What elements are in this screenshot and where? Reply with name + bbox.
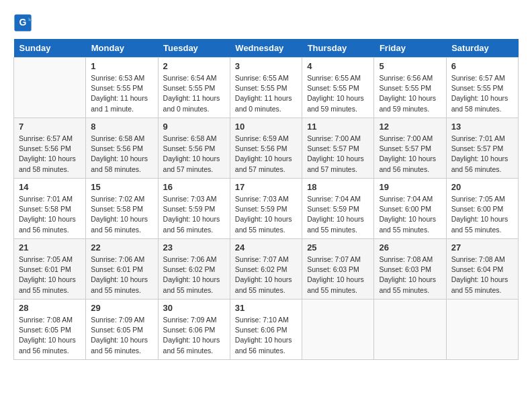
day-number: 17: [235, 182, 297, 192]
day-number: 11: [307, 122, 369, 132]
day-info: Sunrise: 7:09 AMSunset: 6:05 PMDaylight:…: [91, 315, 152, 356]
day-info: Sunrise: 6:53 AMSunset: 5:55 PMDaylight:…: [91, 73, 152, 114]
calendar-cell: 3Sunrise: 6:55 AMSunset: 5:55 PMDaylight…: [230, 58, 302, 118]
day-number: 23: [163, 242, 225, 253]
day-info: Sunrise: 7:01 AMSunset: 5:58 PMDaylight:…: [19, 194, 81, 235]
calendar-cell: 7Sunrise: 6:57 AMSunset: 5:56 PMDaylight…: [14, 118, 86, 179]
day-number: 15: [91, 182, 152, 192]
weekday-header-sunday: Sunday: [14, 39, 86, 58]
day-number: 26: [379, 242, 441, 253]
calendar-cell: [302, 300, 374, 360]
page-header: G: [13, 13, 519, 32]
day-number: 16: [163, 182, 225, 192]
day-info: Sunrise: 6:56 AMSunset: 5:55 PMDaylight:…: [379, 73, 441, 114]
day-info: Sunrise: 7:07 AMSunset: 6:02 PMDaylight:…: [235, 255, 297, 295]
day-info: Sunrise: 7:04 AMSunset: 6:00 PMDaylight:…: [379, 194, 441, 235]
day-info: Sunrise: 7:08 AMSunset: 6:04 PMDaylight:…: [451, 255, 513, 295]
calendar-cell: 21Sunrise: 7:05 AMSunset: 6:01 PMDayligh…: [14, 239, 86, 300]
day-info: Sunrise: 7:06 AMSunset: 6:02 PMDaylight:…: [163, 255, 225, 295]
day-number: 6: [451, 61, 513, 71]
day-info: Sunrise: 7:08 AMSunset: 6:03 PMDaylight:…: [379, 255, 441, 295]
week-row-4: 21Sunrise: 7:05 AMSunset: 6:01 PMDayligh…: [14, 239, 519, 300]
day-number: 25: [307, 242, 369, 253]
day-number: 8: [91, 122, 152, 132]
calendar-cell: 17Sunrise: 7:03 AMSunset: 5:59 PMDayligh…: [230, 179, 302, 239]
weekday-header-tuesday: Tuesday: [158, 39, 230, 58]
calendar-cell: 9Sunrise: 6:58 AMSunset: 5:56 PMDaylight…: [158, 118, 230, 179]
day-number: 5: [379, 61, 441, 71]
calendar-cell: 28Sunrise: 7:08 AMSunset: 6:05 PMDayligh…: [14, 300, 86, 360]
weekday-header-monday: Monday: [86, 39, 158, 58]
weekday-header-saturday: Saturday: [446, 39, 518, 58]
day-info: Sunrise: 7:06 AMSunset: 6:01 PMDaylight:…: [91, 255, 152, 295]
day-info: Sunrise: 6:59 AMSunset: 5:56 PMDaylight:…: [235, 134, 297, 175]
calendar-table: SundayMondayTuesdayWednesdayThursdayFrid…: [13, 39, 519, 360]
day-info: Sunrise: 7:00 AMSunset: 5:57 PMDaylight:…: [307, 134, 369, 175]
calendar-cell: 23Sunrise: 7:06 AMSunset: 6:02 PMDayligh…: [158, 239, 230, 300]
svg-text:G: G: [19, 17, 27, 28]
week-row-5: 28Sunrise: 7:08 AMSunset: 6:05 PMDayligh…: [14, 300, 519, 360]
calendar-cell: 10Sunrise: 6:59 AMSunset: 5:56 PMDayligh…: [230, 118, 302, 179]
calendar-cell: 11Sunrise: 7:00 AMSunset: 5:57 PMDayligh…: [302, 118, 374, 179]
calendar-cell: 1Sunrise: 6:53 AMSunset: 5:55 PMDaylight…: [86, 58, 158, 118]
day-info: Sunrise: 6:58 AMSunset: 5:56 PMDaylight:…: [91, 134, 152, 175]
calendar-cell: 31Sunrise: 7:10 AMSunset: 6:06 PMDayligh…: [230, 300, 302, 360]
calendar-cell: 4Sunrise: 6:55 AMSunset: 5:55 PMDaylight…: [302, 58, 374, 118]
calendar-cell: 20Sunrise: 7:05 AMSunset: 6:00 PMDayligh…: [446, 179, 518, 239]
day-info: Sunrise: 6:58 AMSunset: 5:56 PMDaylight:…: [163, 134, 225, 175]
day-number: 13: [451, 122, 513, 132]
calendar-cell: 27Sunrise: 7:08 AMSunset: 6:04 PMDayligh…: [446, 239, 518, 300]
calendar-cell: 8Sunrise: 6:58 AMSunset: 5:56 PMDaylight…: [86, 118, 158, 179]
day-info: Sunrise: 7:00 AMSunset: 5:57 PMDaylight:…: [379, 134, 441, 175]
day-number: 28: [19, 303, 81, 313]
day-info: Sunrise: 7:09 AMSunset: 6:06 PMDaylight:…: [163, 315, 225, 356]
logo-icon: G: [13, 13, 32, 32]
day-info: Sunrise: 7:05 AMSunset: 6:01 PMDaylight:…: [19, 255, 81, 295]
calendar-cell: 25Sunrise: 7:07 AMSunset: 6:03 PMDayligh…: [302, 239, 374, 300]
day-number: 1: [91, 61, 152, 71]
day-info: Sunrise: 7:03 AMSunset: 5:59 PMDaylight:…: [163, 194, 225, 235]
calendar-cell: 26Sunrise: 7:08 AMSunset: 6:03 PMDayligh…: [374, 239, 446, 300]
week-row-2: 7Sunrise: 6:57 AMSunset: 5:56 PMDaylight…: [14, 118, 519, 179]
day-number: 21: [19, 242, 81, 253]
calendar-cell: 12Sunrise: 7:00 AMSunset: 5:57 PMDayligh…: [374, 118, 446, 179]
day-number: 7: [19, 122, 81, 132]
calendar-cell: [446, 300, 518, 360]
day-number: 4: [307, 61, 369, 71]
day-number: 24: [235, 242, 297, 253]
day-number: 27: [451, 242, 513, 253]
day-info: Sunrise: 7:03 AMSunset: 5:59 PMDaylight:…: [235, 194, 297, 235]
calendar-cell: 2Sunrise: 6:54 AMSunset: 5:55 PMDaylight…: [158, 58, 230, 118]
day-info: Sunrise: 7:07 AMSunset: 6:03 PMDaylight:…: [307, 255, 369, 295]
day-info: Sunrise: 7:05 AMSunset: 6:00 PMDaylight:…: [451, 194, 513, 235]
day-number: 30: [163, 303, 225, 313]
day-number: 19: [379, 182, 441, 192]
day-number: 31: [235, 303, 297, 313]
day-info: Sunrise: 6:55 AMSunset: 5:55 PMDaylight:…: [235, 73, 297, 114]
day-info: Sunrise: 7:01 AMSunset: 5:57 PMDaylight:…: [451, 134, 513, 175]
day-info: Sunrise: 7:10 AMSunset: 6:06 PMDaylight:…: [235, 315, 297, 356]
weekday-header-wednesday: Wednesday: [230, 39, 302, 58]
calendar-cell: [374, 300, 446, 360]
calendar-cell: 18Sunrise: 7:04 AMSunset: 5:59 PMDayligh…: [302, 179, 374, 239]
calendar-cell: 13Sunrise: 7:01 AMSunset: 5:57 PMDayligh…: [446, 118, 518, 179]
calendar-cell: 16Sunrise: 7:03 AMSunset: 5:59 PMDayligh…: [158, 179, 230, 239]
day-number: 10: [235, 122, 297, 132]
weekday-header-friday: Friday: [374, 39, 446, 58]
day-info: Sunrise: 6:54 AMSunset: 5:55 PMDaylight:…: [163, 73, 225, 114]
day-info: Sunrise: 6:57 AMSunset: 5:55 PMDaylight:…: [451, 73, 513, 114]
calendar-cell: 6Sunrise: 6:57 AMSunset: 5:55 PMDaylight…: [446, 58, 518, 118]
day-number: 20: [451, 182, 513, 192]
calendar-cell: 24Sunrise: 7:07 AMSunset: 6:02 PMDayligh…: [230, 239, 302, 300]
day-info: Sunrise: 7:02 AMSunset: 5:58 PMDaylight:…: [91, 194, 152, 235]
day-info: Sunrise: 6:55 AMSunset: 5:55 PMDaylight:…: [307, 73, 369, 114]
day-info: Sunrise: 7:04 AMSunset: 5:59 PMDaylight:…: [307, 194, 369, 235]
calendar-cell: 15Sunrise: 7:02 AMSunset: 5:58 PMDayligh…: [86, 179, 158, 239]
logo: G: [13, 13, 35, 32]
day-number: 18: [307, 182, 369, 192]
calendar-cell: 19Sunrise: 7:04 AMSunset: 6:00 PMDayligh…: [374, 179, 446, 239]
calendar-cell: 14Sunrise: 7:01 AMSunset: 5:58 PMDayligh…: [14, 179, 86, 239]
week-row-3: 14Sunrise: 7:01 AMSunset: 5:58 PMDayligh…: [14, 179, 519, 239]
calendar-cell: [14, 58, 86, 118]
day-number: 9: [163, 122, 225, 132]
